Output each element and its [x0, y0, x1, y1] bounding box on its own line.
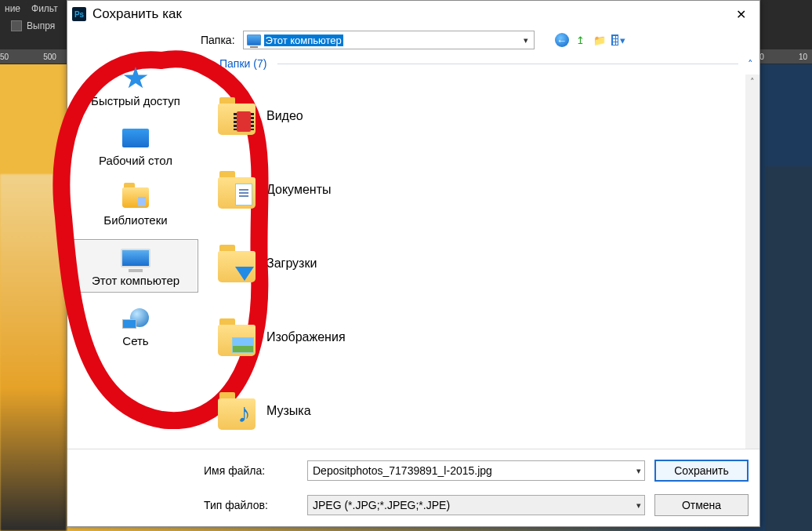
network-icon	[122, 308, 149, 329]
this-pc-icon	[121, 249, 150, 267]
group-header[interactable]: ▾ Папки (7) ˄	[204, 53, 759, 75]
path-combo[interactable]: Этот компьютер ▾	[243, 31, 535, 49]
chevron-down-icon: ▾	[518, 35, 534, 45]
place-label: Сеть	[122, 334, 148, 347]
save-as-dialog: Ps Сохранить как ✕ Папка: Этот компьютер…	[67, 0, 760, 527]
folder-item-music[interactable]: ♪ Музыка	[218, 374, 745, 448]
close-button[interactable]: ✕	[725, 3, 756, 25]
group-divider	[277, 64, 738, 64]
vertical-scrollbar[interactable]: ˄	[745, 75, 759, 449]
disclosure-triangle-icon: ▾	[210, 59, 215, 69]
path-label: Папка:	[201, 34, 235, 46]
path-row: Папка: Этот компьютер ▾ ← ↥ 📁 ▾	[67, 27, 759, 53]
filetype-value: JPEG (*.JPG;*.JPEG;*.JPE)	[313, 499, 450, 511]
libraries-icon	[122, 187, 149, 208]
dialog-titlebar: Ps Сохранить как ✕	[67, 1, 759, 27]
folder-item-pictures[interactable]: Изображения	[218, 300, 745, 374]
desktop-icon	[122, 129, 149, 147]
videos-folder-icon	[218, 97, 256, 135]
view-menu-icon[interactable]: ▾	[611, 33, 625, 47]
folder-item-documents[interactable]: Документы	[218, 153, 745, 227]
place-label: Быстрый доступ	[91, 94, 180, 107]
place-network[interactable]: Сеть	[73, 300, 198, 352]
item-label: Загрузки	[266, 256, 317, 271]
save-button[interactable]: Сохранить	[654, 460, 749, 482]
documents-folder-icon	[218, 171, 256, 209]
filetype-select[interactable]: JPEG (*.JPG;*.JPEG;*.JPE) ▾	[307, 495, 645, 515]
photoshop-badge-icon: Ps	[72, 7, 86, 21]
group-header-label: Папки (7)	[219, 57, 266, 70]
music-folder-icon: ♪	[218, 392, 256, 430]
file-list: Видео Документы Загрузки	[204, 75, 745, 449]
chevron-down-icon: ▾	[636, 500, 641, 511]
chevron-down-icon: ▾	[636, 466, 641, 476]
place-libraries[interactable]: Библиотеки	[73, 180, 198, 231]
filetype-label: Тип файлов:	[204, 499, 298, 511]
content-pane: ▾ Папки (7) ˄ Видео	[204, 53, 759, 449]
downloads-folder-icon	[218, 245, 256, 282]
cancel-button[interactable]: Отмена	[654, 494, 749, 516]
dialog-title: Сохранить как	[92, 6, 182, 22]
photoshop-toolbar-fragment: Выпря	[11, 20, 55, 31]
folder-item-downloads[interactable]: Загрузки	[218, 227, 745, 300]
path-value: Этот компьютер	[264, 35, 343, 46]
place-desktop[interactable]: Рабочий стол	[73, 120, 198, 172]
item-label: Видео	[266, 109, 303, 123]
place-label: Библиотеки	[103, 213, 167, 227]
place-label: Рабочий стол	[99, 154, 172, 167]
collapse-icon[interactable]: ˄	[748, 58, 753, 70]
scroll-up-icon[interactable]: ˄	[745, 75, 759, 89]
item-label: Изображения	[266, 330, 346, 344]
item-label: Документы	[266, 183, 331, 197]
place-this-pc[interactable]: Этот компьютер	[73, 239, 198, 293]
item-label: Музыка	[266, 404, 311, 418]
star-icon	[123, 67, 148, 90]
pictures-folder-icon	[218, 318, 256, 356]
photoshop-menu-fragment: ние Фильт	[0, 0, 58, 17]
this-pc-icon	[247, 35, 261, 45]
straighten-icon	[11, 20, 22, 31]
place-label: Этот компьютер	[92, 274, 179, 287]
places-sidebar: Быстрый доступ Рабочий стол Библиотеки Э…	[67, 53, 204, 449]
new-folder-icon[interactable]: 📁	[593, 33, 607, 47]
folder-item-video[interactable]: Видео	[218, 79, 745, 153]
nav-icon-strip: ← ↥ 📁 ▾	[555, 33, 625, 47]
bottom-form: Имя файла: Depositphotos_71739891_l-2015…	[67, 449, 759, 526]
up-one-level-icon[interactable]: ↥	[574, 33, 588, 47]
back-icon[interactable]: ←	[555, 33, 569, 47]
filename-value: Depositphotos_71739891_l-2015.jpg	[313, 464, 492, 477]
place-quick-access[interactable]: Быстрый доступ	[73, 60, 198, 112]
filename-input[interactable]: Depositphotos_71739891_l-2015.jpg ▾	[307, 460, 645, 481]
filename-label: Имя файла:	[204, 464, 298, 477]
